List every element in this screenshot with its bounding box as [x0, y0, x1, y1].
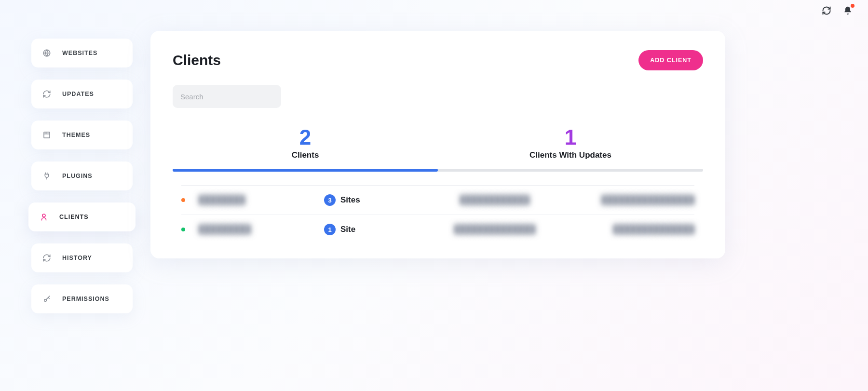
sidebar-label: HISTORY — [62, 255, 92, 261]
sites-word: Site — [340, 225, 355, 234]
sites-count-badge: 3 — [324, 194, 336, 206]
sites-count-badge: 1 — [324, 224, 336, 235]
notification-dot — [851, 4, 854, 8]
sidebar-item-themes[interactable]: THEMES — [31, 121, 133, 149]
tab-clients-with-updates[interactable]: 1 Clients With Updates — [438, 125, 703, 169]
tab-indicator — [173, 169, 438, 172]
sidebar-item-plugins[interactable]: PLUGINS — [31, 162, 133, 190]
sites-word: Sites — [340, 195, 360, 205]
status-dot-green — [181, 228, 185, 231]
sidebar-label: THEMES — [62, 132, 90, 138]
sidebar-label: PLUGINS — [62, 173, 93, 179]
client-name: ████████ — [199, 195, 319, 205]
svg-point-2 — [42, 214, 45, 217]
tab-track — [173, 169, 703, 172]
sidebar-label: PERMISSIONS — [62, 296, 109, 302]
client-company: ████████████ — [425, 195, 564, 205]
plug-icon — [42, 171, 52, 181]
stat-label: Clients With Updates — [438, 150, 703, 160]
page-title: Clients — [173, 52, 221, 68]
client-email: ██████████████ — [569, 225, 694, 234]
stat-label: Clients — [173, 150, 438, 160]
client-company: ██████████████ — [425, 225, 564, 234]
client-row[interactable]: █████████ 1 Site ██████████████ ████████… — [181, 215, 694, 244]
add-client-button[interactable]: ADD CLIENT — [638, 50, 703, 70]
sidebar-label: CLIENTS — [59, 214, 88, 220]
window-icon — [42, 130, 52, 140]
refresh-icon — [42, 253, 52, 263]
bell-icon[interactable] — [842, 5, 854, 16]
stat-value: 1 — [438, 125, 703, 149]
status-dot-orange — [181, 198, 185, 202]
sidebar-item-history[interactable]: HISTORY — [31, 243, 133, 272]
globe-icon — [42, 48, 52, 58]
main-panel: Clients ADD CLIENT 2 Clients 1 Clients W… — [150, 31, 725, 258]
stat-value: 2 — [173, 125, 438, 149]
sidebar-item-clients[interactable]: CLIENTS — [28, 202, 136, 231]
search-input[interactable] — [173, 85, 281, 108]
tab-clients[interactable]: 2 Clients — [173, 125, 438, 169]
sidebar-item-permissions[interactable]: PERMISSIONS — [31, 284, 133, 313]
sidebar-label: WEBSITES — [62, 50, 97, 56]
refresh-icon — [42, 89, 52, 99]
sidebar-item-websites[interactable]: WEBSITES — [31, 39, 133, 67]
key-icon — [42, 294, 52, 304]
client-row[interactable]: ████████ 3 Sites ████████████ ██████████… — [181, 185, 694, 215]
refresh-icon[interactable] — [821, 5, 832, 16]
client-name: █████████ — [199, 225, 319, 234]
sidebar-label: UPDATES — [62, 91, 94, 97]
client-email: ████████████████ — [569, 195, 694, 205]
sidebar: WEBSITES UPDATES THEMES PLUGINS CLIENTS … — [31, 39, 133, 313]
sidebar-item-updates[interactable]: UPDATES — [31, 80, 133, 108]
svg-rect-1 — [44, 132, 50, 138]
user-icon — [39, 212, 49, 222]
